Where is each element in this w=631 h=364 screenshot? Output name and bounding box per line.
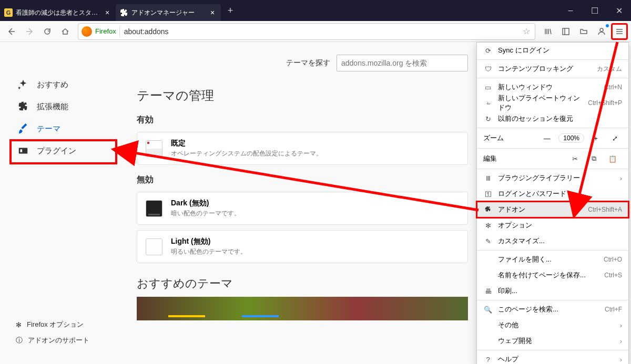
folder-icon[interactable] (575, 23, 592, 40)
menu-save-as[interactable]: 名前を付けてページを保存... Ctrl+S (477, 267, 628, 283)
sidebar-footer-options[interactable]: ✻ Firefox オプション (16, 317, 89, 332)
menu-content-blocking-label: コンテンツブロッキング (498, 64, 592, 74)
menu-save-as-label: 名前を付けてページを保存... (498, 271, 599, 280)
menu-customize[interactable]: ✎ カスタマイズ... (477, 233, 628, 249)
menu-help[interactable]: ? ヘルプ › (477, 351, 628, 364)
titlebar: G 看護師の減少は患者とスタッフの現 × アドオンマネージャー × + – ☐ … (0, 0, 631, 21)
sidebar-label-themes: テーマ (37, 124, 60, 134)
hamburger-menu: ⟳ Sync にログイン 🛡 コンテンツブロッキング カスタム ▭ 新しいウィン… (476, 42, 629, 364)
library-icon: Ⅲ (483, 173, 493, 183)
menu-new-private[interactable]: ⧜ 新しいプライベートウィンドウ Ctrl+Shift+P (477, 95, 628, 111)
shield-icon: 🛡 (483, 64, 493, 74)
menu-new-window-short: Ctrl+N (604, 84, 622, 91)
library-icon[interactable] (540, 23, 556, 40)
menu-restore-session[interactable]: ↻ 以前のセッションを復元 (477, 111, 628, 127)
tab-1[interactable]: G 看護師の減少は患者とスタッフの現 × (0, 4, 116, 21)
brush-icon (17, 122, 29, 135)
recommended-theme-preview[interactable] (137, 297, 468, 320)
sparkle-icon (17, 78, 29, 91)
chevron-right-icon: › (620, 337, 622, 345)
url-bar[interactable]: Firefox about:addons ☆ (78, 23, 535, 40)
puzzle-icon (483, 205, 493, 214)
account-icon[interactable] (593, 23, 610, 40)
theme-card-light[interactable]: Light (無効) 明るい配色のテーマです。 (137, 230, 468, 263)
menu-library[interactable]: Ⅲ ブラウジングライブラリー › (477, 170, 628, 186)
svg-rect-4 (21, 149, 23, 152)
sync-icon: ⟳ (483, 46, 493, 55)
theme-card-dark[interactable]: Dark (無効) 暗い配色のテーマです。 (137, 192, 468, 225)
sidebar-icon[interactable] (557, 23, 574, 40)
window-controls: – ☐ ✕ (558, 0, 631, 21)
sidebar-label-plugins: プラグイン (37, 146, 76, 156)
theme-card-default[interactable]: 既定 オペレーティングシステムの配色設定によるテーマ。 (137, 132, 468, 165)
menu-logins[interactable]: ⚿ ログインとパスワード (477, 186, 628, 202)
menu-open-file-short: Ctrl+O (604, 256, 622, 263)
tab-2-close[interactable]: × (208, 8, 217, 17)
menu-new-private-label: 新しいプライベートウィンドウ (498, 93, 583, 112)
menu-find[interactable]: 🔍 このページを検索... Ctrl+F (477, 301, 628, 317)
home-button[interactable] (57, 23, 74, 40)
copy-icon[interactable]: ⧉ (584, 154, 603, 163)
fullscreen-button[interactable]: ⤢ (607, 132, 622, 144)
hamburger-menu-button[interactable] (611, 23, 628, 40)
tab-2-favicon (120, 8, 128, 17)
menu-new-window[interactable]: ▭ 新しいウィンドウ Ctrl+N (477, 79, 628, 95)
minimize-button[interactable]: – (558, 0, 583, 21)
urlbar-text[interactable]: about:addons (120, 27, 518, 36)
help-icon: ? (483, 355, 493, 364)
menu-webdev[interactable]: ウェブ開発 › (477, 333, 628, 349)
menu-more[interactable]: その他 › (477, 317, 628, 333)
svg-point-2 (600, 28, 603, 32)
sidebar-label-recommend: おすすめ (37, 80, 68, 90)
menu-content-blocking-badge: カスタム (597, 65, 622, 74)
menu-find-label: このページを検索... (498, 305, 599, 314)
zoom-in-button[interactable]: + (588, 132, 603, 144)
sidebar-item-extensions[interactable]: 拡張機能 (11, 96, 137, 118)
help-icon: ⓘ (16, 336, 23, 345)
bookmark-star-icon[interactable]: ☆ (518, 26, 535, 36)
menu-help-label: ヘルプ (498, 355, 615, 364)
sidebar-footer-support[interactable]: ⓘ アドオンのサポート (16, 332, 89, 348)
chevron-right-icon: › (620, 174, 622, 182)
menu-sync[interactable]: ⟳ Sync にログイン (477, 43, 628, 58)
cut-icon[interactable]: ✂ (565, 155, 584, 163)
sidebar-item-plugins[interactable]: プラグイン (11, 140, 137, 162)
menu-logins-label: ログインとパスワード (498, 189, 622, 199)
forward-button[interactable] (21, 23, 38, 40)
menu-addons[interactable]: アドオン Ctrl+Shift+A (477, 202, 628, 217)
svg-rect-0 (563, 28, 569, 35)
sidebar-item-recommend[interactable]: おすすめ (11, 74, 137, 96)
menu-library-label: ブラウジングライブラリー (498, 173, 615, 183)
sidebar: おすすめ 拡張機能 テーマ プラグイン ✻ Firefox オプション ⓘ アド… (0, 42, 137, 364)
back-button[interactable] (3, 23, 20, 40)
menu-sync-label: Sync にログイン (498, 46, 622, 55)
menu-new-private-short: Ctrl+Shift+P (588, 99, 622, 107)
gear-icon: ✻ (483, 221, 493, 230)
search-input[interactable] (337, 55, 468, 71)
menu-customize-label: カスタマイズ... (498, 236, 622, 246)
menu-options[interactable]: ✻ オプション (477, 217, 628, 233)
puzzle-icon (17, 100, 29, 113)
close-window-button[interactable]: ✕ (607, 0, 631, 21)
paste-icon[interactable]: 📋 (603, 155, 622, 163)
blank-icon (483, 271, 493, 280)
menu-content-blocking[interactable]: 🛡 コンテンツブロッキング カスタム (477, 61, 628, 77)
urlbar-brand: Firefox (95, 27, 116, 35)
reload-button[interactable] (39, 23, 56, 40)
menu-sep (477, 78, 628, 78)
menu-sep (477, 300, 628, 300)
menu-options-label: オプション (498, 221, 622, 230)
zoom-out-button[interactable]: — (540, 132, 554, 144)
menu-save-as-short: Ctrl+S (604, 272, 622, 279)
theme-thumb-dark (146, 200, 162, 217)
new-tab-button[interactable]: + (223, 3, 238, 18)
tab-2[interactable]: アドオンマネージャー × (116, 4, 221, 21)
restore-icon: ↻ (483, 114, 493, 123)
tab-1-close[interactable]: × (103, 8, 111, 17)
chevron-right-icon: › (620, 356, 622, 363)
sidebar-item-themes[interactable]: テーマ (11, 118, 137, 140)
menu-print[interactable]: 🖶 印刷... (477, 283, 628, 299)
menu-open-file[interactable]: ファイルを開く... Ctrl+O (477, 252, 628, 267)
maximize-button[interactable]: ☐ (583, 0, 607, 21)
menu-more-label: その他 (498, 320, 615, 330)
